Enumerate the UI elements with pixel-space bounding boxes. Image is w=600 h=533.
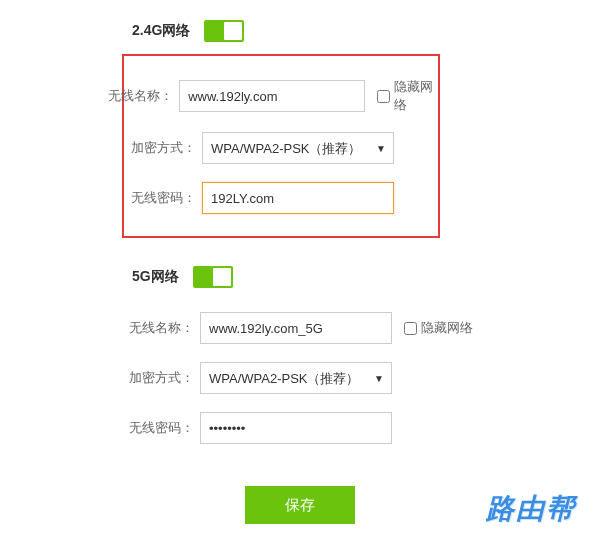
encrypt-24g-label: 加密方式： bbox=[2, 139, 202, 157]
encrypt-5g-label: 加密方式： bbox=[0, 369, 200, 387]
password-5g-input[interactable] bbox=[200, 412, 392, 444]
hide-24g-checkbox[interactable] bbox=[377, 90, 390, 103]
row-24g-password: 无线密码： bbox=[2, 182, 438, 214]
section-24g-header: 2.4G网络 bbox=[0, 20, 600, 42]
password-24g-input[interactable] bbox=[202, 182, 394, 214]
toggle-24g[interactable] bbox=[204, 20, 244, 42]
ssid-24g-label: 无线名称： bbox=[2, 87, 179, 105]
row-24g-encrypt: 加密方式： WPA/WPA2-PSK（推荐） ▼ bbox=[2, 132, 438, 164]
password-5g-label: 无线密码： bbox=[0, 419, 200, 437]
hide-5g-checkbox[interactable] bbox=[404, 322, 417, 335]
form-24g: 无线名称： 隐藏网络 加密方式： WPA/WPA2-PSK（推荐） ▼ 无线密码… bbox=[124, 66, 438, 226]
toggle-5g[interactable] bbox=[193, 266, 233, 288]
row-5g-encrypt: 加密方式： WPA/WPA2-PSK（推荐） ▼ bbox=[0, 362, 600, 394]
save-button[interactable]: 保存 bbox=[245, 486, 355, 524]
form-5g: 无线名称： 隐藏网络 加密方式： WPA/WPA2-PSK（推荐） ▼ 无线密码… bbox=[0, 300, 600, 456]
section-24g-title: 2.4G网络 bbox=[132, 22, 190, 40]
hide-5g-label: 隐藏网络 bbox=[421, 319, 473, 337]
footer: 保存 路由帮 bbox=[0, 486, 600, 524]
highlight-24g-box: 无线名称： 隐藏网络 加密方式： WPA/WPA2-PSK（推荐） ▼ 无线密码… bbox=[122, 54, 440, 238]
section-5g-title: 5G网络 bbox=[132, 268, 179, 286]
section-5g-header: 5G网络 bbox=[0, 266, 600, 288]
ssid-5g-input[interactable] bbox=[200, 312, 392, 344]
ssid-5g-label: 无线名称： bbox=[0, 319, 200, 337]
row-5g-password: 无线密码： bbox=[0, 412, 600, 444]
encrypt-24g-select[interactable]: WPA/WPA2-PSK（推荐） bbox=[202, 132, 394, 164]
row-24g-ssid: 无线名称： 隐藏网络 bbox=[2, 78, 438, 114]
encrypt-5g-select[interactable]: WPA/WPA2-PSK（推荐） bbox=[200, 362, 392, 394]
watermark-text: 路由帮 bbox=[486, 490, 576, 528]
row-5g-ssid: 无线名称： 隐藏网络 bbox=[0, 312, 600, 344]
hide-24g-wrap: 隐藏网络 bbox=[377, 78, 438, 114]
password-24g-label: 无线密码： bbox=[2, 189, 202, 207]
ssid-24g-input[interactable] bbox=[179, 80, 365, 112]
hide-5g-wrap: 隐藏网络 bbox=[404, 319, 473, 337]
hide-24g-label: 隐藏网络 bbox=[394, 78, 438, 114]
